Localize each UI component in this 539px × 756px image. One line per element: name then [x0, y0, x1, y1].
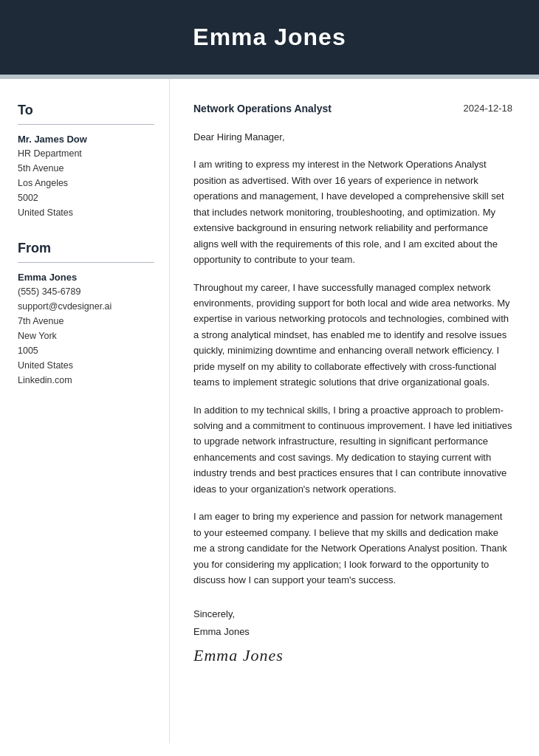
- date: 2024-12-18: [464, 103, 513, 114]
- job-title: Network Operations Analyst: [193, 103, 332, 114]
- sender-phone: (555) 345-6789: [18, 284, 154, 299]
- page: Emma Jones To Mr. James Dow HR Departmen…: [0, 0, 539, 756]
- paragraph-4: I am eager to bring my experience and pa…: [193, 509, 512, 588]
- from-section: From Emma Jones (555) 345-6789 support@c…: [18, 241, 154, 388]
- salutation: Dear Hiring Manager,: [193, 129, 512, 145]
- recipient-postal: 5002: [18, 190, 154, 205]
- sender-postal: 1005: [18, 343, 154, 358]
- header: Emma Jones: [0, 0, 539, 75]
- from-divider: [18, 262, 154, 263]
- to-label: To: [18, 103, 154, 118]
- main-header-row: Network Operations Analyst 2024-12-18: [193, 103, 512, 114]
- sidebar: To Mr. James Dow HR Department 5th Avenu…: [0, 79, 170, 743]
- to-divider: [18, 124, 154, 125]
- paragraph-1: I am writing to express my interest in t…: [193, 157, 512, 267]
- closing-name: Emma Jones: [193, 623, 512, 640]
- header-name: Emma Jones: [15, 24, 524, 51]
- closing: Sincerely, Emma Jones Emma Jones: [193, 605, 512, 665]
- from-label: From: [18, 241, 154, 256]
- recipient-address1: 5th Avenue: [18, 161, 154, 176]
- sender-email: support@cvdesigner.ai: [18, 299, 154, 314]
- letter-body: Dear Hiring Manager, I am writing to exp…: [193, 129, 512, 588]
- sender-city: New York: [18, 329, 154, 343]
- recipient-name: Mr. James Dow: [18, 134, 154, 145]
- recipient-country: United States: [18, 205, 154, 220]
- signature: Emma Jones: [193, 646, 512, 665]
- paragraph-2: Throughout my career, I have successfull…: [193, 280, 512, 391]
- to-section: To Mr. James Dow HR Department 5th Avenu…: [18, 103, 154, 220]
- closing-text: Sincerely,: [193, 605, 512, 622]
- main-content: Network Operations Analyst 2024-12-18 De…: [170, 79, 539, 743]
- sender-country: United States: [18, 358, 154, 373]
- sender-linkedin: Linkedin.com: [18, 373, 154, 388]
- paragraph-3: In addition to my technical skills, I br…: [193, 402, 512, 498]
- recipient-city: Los Angeles: [18, 176, 154, 190]
- sender-name: Emma Jones: [18, 272, 154, 283]
- body-layout: To Mr. James Dow HR Department 5th Avenu…: [0, 79, 539, 743]
- sender-address1: 7th Avenue: [18, 314, 154, 329]
- recipient-department: HR Department: [18, 146, 154, 161]
